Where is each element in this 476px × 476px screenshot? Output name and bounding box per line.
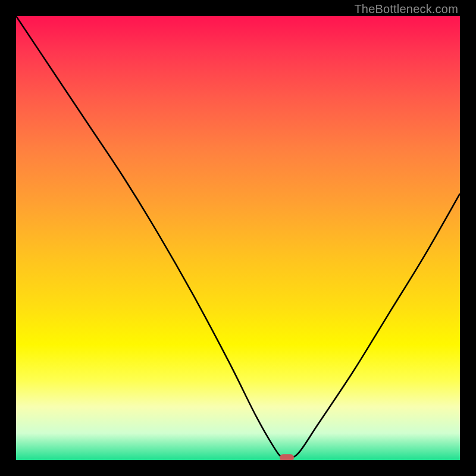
chart-container: TheBottleneck.com [0,0,476,476]
optimal-marker [280,454,294,460]
bottleneck-curve [16,16,460,459]
curve-svg [16,16,460,460]
plot-area [16,16,460,460]
watermark-text: TheBottleneck.com [354,2,458,16]
